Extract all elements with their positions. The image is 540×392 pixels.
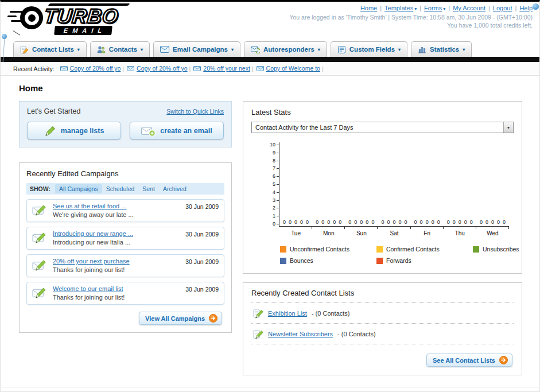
y-tick-label: 3 (273, 198, 275, 203)
legend-item: Unconfirmed Contacts (280, 246, 376, 253)
tab-custom-fields[interactable]: Custom Fields▾ (331, 41, 407, 57)
envelope-icon (60, 66, 68, 71)
x-axis-label: Sat (378, 227, 410, 236)
bar-value-labels: 00000 (411, 219, 444, 225)
chart-x-axis: TueMonSunSatFriThuWed (279, 227, 509, 236)
bar-value-label: 0 (316, 219, 318, 225)
campaign-item[interactable]: Welcome to our email listThanks for join… (26, 282, 224, 305)
tab-email-campaigns[interactable]: Email Campaigns▾ (153, 41, 240, 57)
get-started-title: Let's Get Started (27, 107, 80, 115)
filter-archived[interactable]: Archived (159, 184, 191, 193)
envelope-plus-icon (141, 126, 156, 137)
chevron-down-icon: ▾ (141, 47, 143, 52)
tab-label: Email Campaigns (173, 46, 228, 53)
recent-activity-item[interactable]: Copy of 20% off yo (127, 65, 188, 72)
filter-scheduled[interactable]: Scheduled (102, 184, 139, 193)
campaign-item[interactable]: 20% off your next purchaseThanks for joi… (26, 254, 224, 277)
filter-all-campaigns[interactable]: All Campaigns (55, 184, 102, 193)
content-columns: Let's Get Started Switch to Quick Links … (1, 96, 539, 375)
campaign-title-link[interactable]: See us at the retail food ... (53, 203, 180, 209)
dropdown-arrow-icon: ▼ (503, 122, 513, 133)
top-link-templates[interactable]: Templates▾ (384, 5, 417, 11)
top-link-help[interactable]: Help (519, 5, 533, 11)
envelope-pencil-icon (32, 286, 48, 299)
contact-list-link[interactable]: Newsletter Subscribers (268, 331, 333, 337)
chart-bar-group: 00000 (312, 142, 345, 226)
y-axis-tick: 9 (273, 150, 279, 156)
top-link-forms[interactable]: Forms▾ (424, 5, 445, 11)
campaign-text: See us at the retail food ...We're givin… (53, 203, 180, 218)
x-axis-label: Tue (279, 227, 312, 236)
campaign-text: 20% off your next purchaseThanks for joi… (53, 258, 180, 273)
header: TURBO EMAIL Home|Templates▾|Forms▾|My Ac… (1, 2, 539, 37)
campaign-item[interactable]: See us at the retail food ...We're givin… (26, 199, 224, 222)
bar-value-label: 0 (354, 219, 357, 225)
campaign-title-link[interactable]: Welcome to our email list (53, 285, 180, 292)
view-all-campaigns-button[interactable]: View All Campaigns (139, 312, 222, 325)
recent-activity-bar: Recent Activity: Copy of 20% off yo|Copy… (1, 62, 539, 76)
tab-label: Statistics (430, 46, 459, 53)
recent-activity-item[interactable]: 20% off your next (193, 65, 250, 72)
chevron-down-icon: ▾ (398, 47, 401, 52)
stats-period-select[interactable]: Contact Activity for the Last 7 Days ▼ (251, 122, 514, 133)
contact-list-detail: - (0 Contacts) (312, 310, 350, 317)
bar-value-labels: 00000 (312, 219, 345, 225)
app-window: TURBO EMAIL Home|Templates▾|Forms▾|My Ac… (0, 0, 540, 392)
contacts-icon (97, 45, 106, 54)
app-logo: TURBO EMAIL (9, 3, 146, 35)
create-email-label: create an email (160, 127, 212, 135)
y-tick-label: 5 (273, 182, 275, 187)
switch-quick-links-link[interactable]: Switch to Quick Links (166, 108, 224, 115)
legend-label: Unconfirmed Contacts (290, 246, 349, 253)
right-column: Latest Stats Contact Activity for the La… (243, 96, 522, 375)
contact-list-link[interactable]: Exhibition List (268, 310, 307, 317)
create-email-button[interactable]: create an email (130, 122, 224, 139)
y-tick-label: 1 (273, 214, 275, 219)
latest-stats-panel: Latest Stats Contact Activity for the La… (243, 101, 522, 274)
recent-activity-item[interactable]: Copy of 20% off yo (60, 65, 121, 72)
top-link-my-account[interactable]: My Account (453, 5, 485, 11)
contact-list-item[interactable]: Newsletter Subscribers - (0 Contacts) (251, 324, 514, 344)
campaign-title-link[interactable]: 20% off your next purchase (53, 258, 180, 265)
top-link-logout[interactable]: Logout (493, 5, 512, 11)
bar-value-labels: 00000 (476, 219, 509, 225)
chevron-down-icon: ▾ (231, 47, 234, 52)
speed-line (10, 11, 22, 13)
x-axis-label: Wed (476, 227, 509, 236)
activity-item-label: Copy of 20% off yo (137, 65, 188, 72)
chart-bar-group: 00000 (411, 142, 444, 226)
bar-value-label: 0 (294, 219, 297, 225)
header-right: Home|Templates▾|Forms▾|My Account|Logout… (289, 5, 533, 29)
y-axis-tick: 6 (273, 174, 279, 179)
bar-value-labels: 00000 (279, 219, 312, 225)
see-all-contact-lists-button[interactable]: See All Contact Lists (426, 354, 512, 367)
bar-value-label: 0 (371, 219, 374, 225)
stats-title: Latest Stats (251, 108, 514, 117)
campaign-subtitle: Introducing our new Italia ... (53, 239, 180, 246)
bar-value-label: 0 (414, 219, 417, 225)
tab-contact-lists[interactable]: Contact Lists▾ (13, 41, 87, 57)
autoresponders-icon (251, 46, 260, 53)
chevron-down-icon: ▾ (318, 47, 320, 52)
contact-activity-chart: 109876543210 000000000000000000000000000… (266, 142, 509, 236)
tab-statistics[interactable]: Statistics▾ (411, 41, 472, 57)
y-axis-tick: 0 (273, 222, 279, 227)
contact-list-item[interactable]: Exhibition List - (0 Contacts) (251, 303, 514, 324)
filter-sent[interactable]: Sent (138, 184, 159, 193)
bar-value-labels: 00000 (444, 219, 476, 225)
envelope-icon (193, 66, 201, 71)
y-tick-label: 8 (273, 158, 275, 164)
bar-value-label: 0 (306, 219, 309, 225)
campaign-title-link[interactable]: Introducing our new range ... (53, 230, 180, 237)
campaign-filters: All CampaignsScheduledSentArchived (55, 185, 191, 192)
arrow-circle-icon (499, 356, 508, 364)
bar-value-label: 0 (405, 219, 407, 225)
top-link-home[interactable]: Home (360, 5, 377, 11)
tab-autoresponders[interactable]: Autoresponders▾ (244, 41, 327, 57)
manage-lists-button[interactable]: manage lists (27, 122, 121, 139)
campaign-item[interactable]: Introducing our new range ...Introducing… (26, 227, 224, 250)
recent-activity-item[interactable]: Copy of Welcome to (257, 65, 320, 72)
tab-contacts[interactable]: Contacts▾ (90, 41, 150, 57)
link-separator: | (419, 5, 421, 11)
legend-swatch (280, 246, 286, 253)
